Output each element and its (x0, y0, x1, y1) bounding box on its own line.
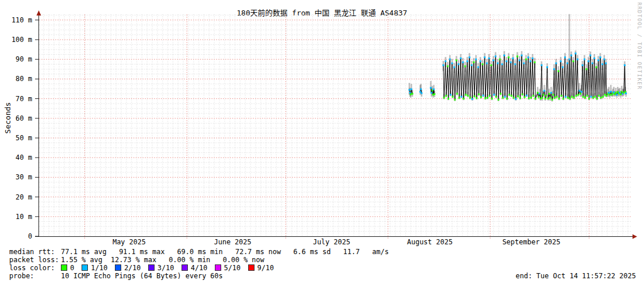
y-axis-labels: 010 m20 m30 m40 m50 m60 m70 m80 m90 m100… (11, 16, 32, 240)
loss-color-row: loss color:01/102/103/104/105/109/10 (9, 264, 281, 272)
loss-swatch (61, 264, 67, 271)
loss-swatch-label: 2/10 (124, 264, 141, 272)
x-axis-arrow (633, 235, 637, 239)
svg-text:70 m: 70 m (16, 95, 32, 103)
loss-color-label: loss color: (9, 264, 61, 272)
svg-text:80 m: 80 m (16, 75, 32, 83)
loss-level-1-10: 1/10 (82, 264, 107, 272)
svg-text:August 2025: August 2025 (407, 238, 452, 246)
loss-level-5-10: 5/10 (215, 264, 241, 272)
loss-level-0: 0 (61, 264, 74, 272)
svg-text:May 2025: May 2025 (113, 238, 146, 246)
loss-level-2-10: 2/10 (115, 264, 141, 272)
packet-loss-row: packet loss:1.55 % avg 12.73 % max 0.00 … (9, 256, 264, 264)
chart-plot-area[interactable] (38, 14, 633, 237)
packet-loss-label: packet loss: (9, 256, 61, 264)
svg-text:10 m: 10 m (16, 213, 32, 221)
loss-level-9-10: 9/10 (248, 264, 274, 272)
loss-level-4-10: 4/10 (182, 264, 207, 272)
svg-text:30 m: 30 m (16, 173, 32, 181)
loss-swatch (148, 264, 155, 271)
svg-text:50 m: 50 m (16, 134, 32, 142)
svg-text:110 m: 110 m (11, 16, 32, 24)
probe-row: probe:10 ICMP Echo Pings (64 Bytes) ever… (9, 272, 223, 280)
loss-swatch (182, 264, 188, 271)
latency-chart: 010 m20 m30 m40 m50 m60 m70 m80 m90 m100… (0, 0, 644, 247)
svg-text:July 2025: July 2025 (313, 238, 350, 246)
median-rtt-row: median rtt:77.1 ms avg 91.1 ms max 69.0 … (9, 248, 389, 256)
median-rtt-value: 77.1 ms avg 91.1 ms max 69.0 ms min 72.7… (61, 248, 389, 256)
svg-text:0: 0 (28, 232, 32, 240)
loss-swatch (215, 264, 221, 271)
median-rtt-label: median rtt: (9, 248, 61, 256)
end-timestamp: end: Tue Oct 14 11:57:22 2025 (515, 272, 636, 280)
svg-text:September 2025: September 2025 (502, 238, 560, 246)
packet-loss-value: 1.55 % avg 12.73 % max 0.00 % min 0.00 %… (61, 256, 264, 264)
smokeping-rrd-graph-page: 180天前的数据 from 中国 黑龙江 联通 AS4837 Seconds R… (0, 0, 644, 284)
loss-color-legend: 01/102/103/104/105/109/10 (61, 264, 281, 272)
loss-swatch-label: 3/10 (157, 264, 174, 272)
loss-swatch (115, 264, 121, 271)
x-axis-labels: May 2025June 2025July 2025August 2025Sep… (113, 238, 561, 246)
loss-swatch-label: 9/10 (257, 264, 274, 272)
probe-label: probe: (9, 272, 61, 280)
svg-text:20 m: 20 m (16, 193, 32, 201)
loss-swatch-label: 0 (70, 264, 74, 272)
loss-swatch-label: 1/10 (91, 264, 107, 272)
svg-text:100 m: 100 m (11, 36, 32, 44)
svg-text:June 2025: June 2025 (214, 238, 252, 246)
svg-text:60 m: 60 m (16, 114, 32, 122)
svg-text:90 m: 90 m (16, 55, 32, 63)
loss-swatch-label: 4/10 (191, 264, 207, 272)
loss-swatch (82, 264, 88, 271)
loss-swatch (248, 264, 254, 271)
loss-level-3-10: 3/10 (148, 264, 174, 272)
probe-value: 10 ICMP Echo Pings (64 Bytes) every 60s (61, 272, 223, 280)
loss-swatch-label: 5/10 (224, 264, 241, 272)
svg-text:40 m: 40 m (16, 153, 32, 162)
